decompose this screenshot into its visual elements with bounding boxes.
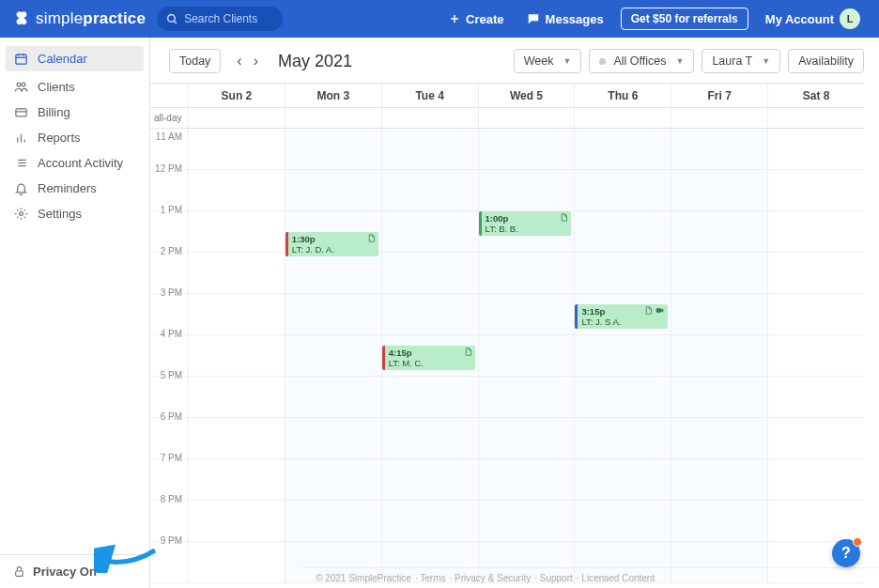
main-area: Today ‹ › May 2021 Week▼ All Offices▼ La… xyxy=(150,38,879,588)
today-button[interactable]: Today xyxy=(169,49,221,73)
day-header-cell: Mon 3 xyxy=(285,84,381,107)
sidebar-item-label: Account Activity xyxy=(38,156,123,170)
messages-button[interactable]: Messages xyxy=(521,8,609,30)
sidebar-item-clients[interactable]: Clients xyxy=(0,74,149,100)
offices-label: All Offices xyxy=(613,54,666,68)
messages-label: Messages xyxy=(546,12,604,26)
butterfly-icon xyxy=(13,10,30,27)
hour-label: 12 PM xyxy=(153,163,184,174)
hour-label: 8 PM xyxy=(159,494,184,504)
svg-point-0 xyxy=(168,14,176,22)
all-day-cell[interactable] xyxy=(381,108,478,128)
search-wrap[interactable] xyxy=(157,7,283,31)
calendar-event[interactable]: 1:30pLT: J. D. A. xyxy=(285,232,378,256)
footer: © 2021 SimplePracticeTermsPrivacy & Secu… xyxy=(301,567,879,588)
privacy-toggle[interactable]: Privacy On xyxy=(0,554,149,588)
calendar-toolbar: Today ‹ › May 2021 Week▼ All Offices▼ La… xyxy=(150,38,879,83)
referrals-button[interactable]: Get $50 for referrals xyxy=(621,8,748,30)
clinician-select[interactable]: Laura T▼ xyxy=(702,49,780,73)
create-label: Create xyxy=(466,12,503,26)
footer-link[interactable]: Privacy & Security xyxy=(450,573,532,583)
card-icon xyxy=(13,105,28,119)
all-day-cell[interactable] xyxy=(574,108,671,128)
footer-copyright: © 2021 SimplePractice xyxy=(316,573,411,583)
hour-label: 6 PM xyxy=(159,411,184,422)
sidebar-item-account-activity[interactable]: Account Activity xyxy=(0,150,149,176)
event-who: LT: J. D. A. xyxy=(292,244,375,255)
chevron-down-icon: ▼ xyxy=(762,56,770,66)
svg-rect-22 xyxy=(16,571,23,576)
sidebar-item-reports[interactable]: Reports xyxy=(0,125,149,150)
all-day-label: all-day xyxy=(150,108,188,128)
svg-rect-23 xyxy=(656,308,661,313)
hour-label: 11 AM xyxy=(154,132,184,142)
day-column[interactable] xyxy=(671,129,767,583)
month-title: May 2021 xyxy=(278,52,352,71)
calendar-event[interactable]: 3:15pLT: J. S A. xyxy=(575,304,668,329)
event-time: 1:30p xyxy=(292,234,375,244)
day-header-cell: Sat 8 xyxy=(767,84,864,107)
day-header-row: Sun 2Mon 3Tue 4Wed 5Thu 6Fri 7Sat 8 xyxy=(150,84,864,108)
footer-link[interactable]: Support xyxy=(534,573,573,583)
event-who: LT: M. C. xyxy=(389,358,471,368)
sidebar-item-billing[interactable]: Billing xyxy=(0,100,149,125)
chat-icon xyxy=(527,12,540,25)
brand-text-bold: practice xyxy=(83,9,146,27)
chevron-down-icon: ▼ xyxy=(675,56,684,66)
help-button[interactable]: ? xyxy=(832,539,860,567)
chevron-down-icon: ▼ xyxy=(563,56,572,66)
calendar-event[interactable]: 1:00pLT: B. B. xyxy=(479,211,572,236)
date-nav: ‹ › xyxy=(232,51,263,71)
day-column[interactable] xyxy=(767,129,864,583)
prev-button[interactable]: ‹ xyxy=(232,51,246,71)
brand-text-light: simple xyxy=(36,9,83,27)
day-header-cell: Wed 5 xyxy=(478,84,575,107)
all-day-cell[interactable] xyxy=(478,108,575,128)
hour-label: 1 PM xyxy=(159,205,184,215)
sidebar-item-label: Clients xyxy=(38,80,75,94)
status-dot-icon xyxy=(599,58,606,65)
day-header-cell: Fri 7 xyxy=(671,84,767,107)
footer-link[interactable]: Licensed Content xyxy=(577,573,655,583)
svg-point-9 xyxy=(22,83,25,86)
search-input[interactable] xyxy=(184,12,273,25)
all-day-cell[interactable] xyxy=(671,108,767,128)
sidebar-item-calendar[interactable]: Calendar xyxy=(6,46,144,71)
next-button[interactable]: › xyxy=(249,51,263,71)
sidebar-item-reminders[interactable]: Reminders xyxy=(0,176,149,201)
sidebar-item-label: Reminders xyxy=(38,181,97,195)
day-column[interactable] xyxy=(574,129,671,583)
day-column[interactable] xyxy=(285,129,381,583)
event-who: LT: J. S A. xyxy=(581,317,664,327)
availability-button[interactable]: Availability xyxy=(788,49,864,73)
top-bar: simplepractice Create Messages Get $50 f… xyxy=(0,0,879,38)
all-day-cell[interactable] xyxy=(285,108,381,128)
all-day-cell[interactable] xyxy=(767,108,864,128)
people-icon xyxy=(13,80,28,94)
gear-icon xyxy=(13,207,28,221)
hour-label: 9 PM xyxy=(159,535,184,546)
day-column[interactable] xyxy=(478,129,575,583)
footer-link[interactable]: Terms xyxy=(415,573,446,583)
plus-icon xyxy=(449,13,460,24)
bar-chart-icon xyxy=(13,131,28,145)
calendar-event[interactable]: 4:15pLT: M. C. xyxy=(382,346,475,370)
sidebar-item-settings[interactable]: Settings xyxy=(0,201,149,226)
event-who: LT: B. B. xyxy=(486,224,568,234)
account-label: My Account xyxy=(765,12,834,26)
avatar: L xyxy=(840,8,860,29)
brand-logo[interactable]: simplepractice xyxy=(13,9,146,28)
create-button[interactable]: Create xyxy=(443,8,509,30)
offices-select[interactable]: All Offices▼ xyxy=(589,49,694,73)
svg-point-8 xyxy=(17,83,21,86)
svg-point-21 xyxy=(19,212,23,216)
view-select[interactable]: Week▼ xyxy=(514,49,582,73)
my-account-button[interactable]: My Account L xyxy=(760,5,866,33)
view-label: Week xyxy=(524,54,554,68)
svg-line-1 xyxy=(174,21,177,23)
all-day-cell[interactable] xyxy=(188,108,285,128)
list-icon xyxy=(13,156,28,170)
day-column[interactable] xyxy=(188,129,285,583)
time-column: 11 AM12 PM1 PM2 PM3 PM4 PM5 PM6 PM7 PM8 … xyxy=(150,129,188,583)
sidebar-item-label: Reports xyxy=(38,131,81,145)
